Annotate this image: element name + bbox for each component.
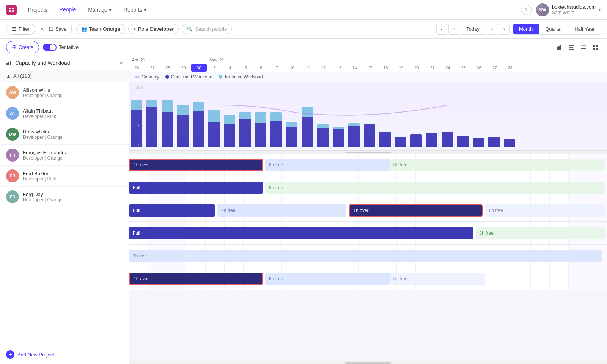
gantt-bar[interactable]: 1h over — [349, 204, 483, 217]
confirmed-legend-label: Confirmed Workload — [171, 74, 212, 80]
person-meta: Developer | Pink — [23, 176, 97, 182]
day-label: 26 — [129, 64, 145, 72]
gantt-bar[interactable]: 8h free — [265, 182, 605, 194]
gantt-view-icon[interactable] — [566, 42, 577, 53]
nav-reports[interactable]: Reports ▾ — [118, 4, 152, 16]
app-logo[interactable] — [6, 5, 17, 15]
quarter-button[interactable]: Quarter — [539, 24, 568, 34]
expand-icon[interactable]: ▾ — [115, 172, 123, 180]
scroll-indicator-bottom[interactable] — [129, 361, 607, 364]
save-button[interactable]: ☐ Save — [49, 26, 67, 32]
more-icon[interactable]: ⋮ — [97, 89, 104, 96]
user-domain: boxtechstudios.com — [552, 4, 596, 10]
gantt-bar[interactable]: 8h free — [390, 159, 605, 171]
person-row[interactable]: FB Fred Baxter Developer | Pink ⋮ ☆ ▾ — [0, 166, 129, 187]
nav-people[interactable]: People — [54, 3, 82, 16]
expand-icon[interactable]: ▾ — [115, 193, 123, 201]
gantt-bar[interactable]: 6h free — [485, 204, 605, 217]
person-row[interactable]: FH François Hernandez Developer | Orange… — [0, 145, 129, 166]
prev-prev-button[interactable]: « — [448, 24, 459, 35]
help-button[interactable]: ? — [521, 5, 532, 15]
people-list: ▲ All (113) AW Allison Willis Developer … — [0, 70, 129, 345]
expand-icon[interactable]: ▾ — [115, 110, 123, 117]
gantt-bar[interactable]: 2h free — [129, 250, 602, 262]
day-label: 30 — [191, 64, 207, 72]
more-icon[interactable]: ⋮ — [97, 130, 104, 138]
person-name: Allain Thibaut — [23, 108, 97, 114]
star-icon[interactable]: ☆ — [106, 110, 113, 117]
more-icon[interactable]: ⋮ — [97, 193, 104, 201]
nav-manage[interactable]: Manage ▾ — [83, 4, 117, 16]
gantt-bar[interactable]: 1h over — [129, 159, 263, 171]
toggle-control[interactable] — [43, 44, 57, 51]
list-view-icon[interactable] — [578, 42, 589, 53]
gantt-bar[interactable]: 5h free — [390, 273, 485, 285]
gantt-bar[interactable]: 6h free — [265, 273, 390, 285]
today-button[interactable]: Today — [461, 24, 485, 35]
gantt-bar[interactable]: Full — [129, 182, 263, 194]
month-button[interactable]: Month — [513, 24, 539, 34]
close-filter-icon[interactable]: ✕ — [38, 25, 46, 33]
add-project-button[interactable]: + Add New Project — [0, 345, 129, 364]
chart-icon — [6, 60, 12, 66]
scroll-indicator-top[interactable] — [129, 151, 607, 154]
more-icon[interactable]: ⋮ — [97, 110, 104, 117]
person-row[interactable]: FD Ferg Day Developer | Orange ⋮ ☆ ▾ — [0, 187, 129, 207]
expand-icon[interactable]: ▾ — [115, 151, 123, 159]
role-filter[interactable]: ● Role Developer — [128, 24, 179, 34]
star-icon[interactable]: ☆ — [106, 130, 113, 138]
star-icon[interactable]: ☆ — [106, 193, 113, 201]
top-nav: Projects People Manage ▾ Reports ▾ ? SW … — [0, 0, 607, 20]
bar-chart-view-icon[interactable] — [554, 42, 565, 53]
person-row[interactable]: AW Allison Willis Developer | Orange ⋮ ☆… — [0, 82, 129, 103]
group-header[interactable]: ▲ All (113) — [0, 70, 129, 82]
scroll-handle[interactable] — [345, 152, 391, 153]
person-name: Fred Baxter — [23, 171, 97, 176]
more-icon[interactable]: ⋮ — [97, 151, 104, 159]
filter-button[interactable]: ☰ Filter — [6, 24, 35, 35]
grid-view-icon[interactable] — [590, 42, 601, 53]
toolbar: ☰ Filter ✕ ☐ Save 👥 Team Orange ● Role D… — [0, 20, 607, 39]
y-label-40: 40h — [131, 104, 143, 108]
search-box[interactable]: 🔍 Search people — [182, 24, 232, 34]
star-icon[interactable]: ☆ — [106, 151, 113, 159]
half-year-button[interactable]: Half Year — [568, 24, 601, 34]
tentative-legend-icon — [219, 75, 222, 79]
team-filter[interactable]: 👥 Team Orange — [76, 24, 125, 34]
avatar: FH — [6, 149, 19, 162]
expand-icon[interactable]: ▾ — [115, 89, 123, 96]
chart-selector[interactable]: Capacity and Workload ▾ — [0, 56, 129, 70]
gantt-bar[interactable]: Full — [129, 227, 473, 239]
divider — [71, 25, 72, 33]
create-button[interactable]: ⊕ Create — [6, 41, 39, 53]
expand-icon[interactable]: ▾ — [115, 130, 123, 138]
nav-projects[interactable]: Projects — [23, 4, 53, 16]
person-name: Allison Willis — [23, 87, 97, 93]
gantt-bar[interactable]: 1h over — [129, 273, 263, 285]
view-icons — [554, 42, 601, 53]
gantt-bar[interactable]: 2h free — [217, 204, 346, 217]
user-menu[interactable]: SW boxtechstudios.com Sam White ▾ — [536, 3, 601, 16]
scroll-handle-bottom[interactable] — [345, 362, 391, 364]
y-label-0: 0h — [131, 143, 143, 147]
next-button[interactable]: › — [499, 24, 510, 35]
tentative-toggle[interactable]: Tentative — [43, 44, 79, 51]
gantt-bar[interactable]: 6h free — [265, 159, 390, 171]
person-info: François Hernandez Developer | Orange — [23, 150, 97, 161]
gantt-bar-area: 1h over6h free8h free — [129, 154, 607, 176]
group-label: All (113) — [13, 73, 31, 79]
avatar: FD — [6, 190, 19, 203]
next-next-button[interactable]: » — [487, 24, 497, 35]
gantt-bar[interactable]: Full — [129, 204, 215, 217]
search-icon: 🔍 — [187, 26, 193, 32]
day-label: 26 — [471, 64, 487, 72]
person-row[interactable]: DW Drew Wicks Developer | Orange ⋮ ☆ ▾ — [0, 124, 129, 145]
more-icon[interactable]: ⋮ — [97, 172, 104, 180]
sub-toolbar: ⊕ Create Tentative — [0, 39, 607, 56]
star-icon[interactable]: ☆ — [106, 172, 113, 180]
prev-button[interactable]: ‹ — [436, 24, 447, 35]
star-icon[interactable]: ☆ — [106, 89, 113, 96]
person-info: Fred Baxter Developer | Pink — [23, 171, 97, 182]
person-row[interactable]: AT Allain Thibaut Developer | Pink ⋮ ☆ ▾ — [0, 103, 129, 124]
gantt-bar[interactable]: 8h free — [476, 227, 605, 239]
